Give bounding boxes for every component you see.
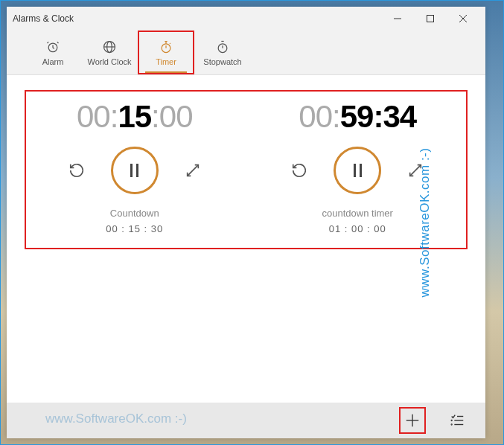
app-window: Alarms & Clock Alarm World Clock — [7, 7, 485, 438]
world-clock-icon — [102, 39, 117, 54]
alarm-icon — [45, 39, 60, 54]
window-title: Alarms & Clock — [13, 13, 381, 24]
minimize-button[interactable] — [381, 7, 414, 31]
time-main: 59:34 — [340, 99, 416, 134]
svg-rect-1 — [427, 16, 434, 22]
tab-label: Timer — [156, 57, 176, 66]
watermark-bottom: www.SoftwareOK.com :-) — [45, 412, 187, 426]
titlebar: Alarms & Clock — [7, 7, 485, 31]
tab-label: Stopwatch — [203, 57, 241, 66]
watermark-right: www.SoftwareOK.com :-) — [418, 148, 433, 298]
timer-time-display: 00:59:34 — [299, 99, 416, 135]
close-button[interactable] — [447, 7, 479, 31]
pause-icon — [130, 164, 138, 177]
titlebar-buttons — [381, 7, 479, 31]
maximize-button[interactable] — [414, 7, 447, 31]
time-suffix: :00 — [151, 99, 192, 134]
tab-label: Alarm — [42, 57, 64, 66]
timer-time-display: 00:15:00 — [77, 99, 193, 135]
timer-icon — [159, 39, 173, 54]
tab-stopwatch[interactable]: Stopwatch — [194, 31, 251, 74]
expand-icon — [185, 162, 201, 179]
pause-button[interactable] — [111, 147, 159, 194]
add-timer-button[interactable] — [399, 407, 426, 434]
select-timers-button[interactable] — [444, 407, 470, 434]
stopwatch-icon — [215, 39, 230, 54]
tab-label: World Clock — [87, 57, 131, 66]
content-area: 00:15:00 Countdown 00 : 15 : 30 — [7, 75, 485, 403]
reset-icon — [291, 162, 307, 179]
tab-bar: Alarm World Clock Timer Stopwatch — [7, 31, 485, 75]
reset-button[interactable] — [289, 160, 310, 181]
timer-duration-label: 01 : 00 : 00 — [329, 223, 386, 234]
expand-button[interactable] — [182, 160, 203, 181]
timers-container: 00:15:00 Countdown 00 : 15 : 30 — [25, 90, 468, 249]
timer-controls — [66, 147, 203, 194]
pause-button[interactable] — [334, 147, 381, 194]
pause-icon — [354, 164, 362, 177]
timer-duration-label: 00 : 15 : 30 — [106, 223, 163, 234]
timer-name-label: countdown timer — [322, 208, 393, 219]
list-select-icon — [449, 412, 465, 429]
timer-controls — [289, 147, 426, 194]
time-main: 15 — [118, 99, 151, 134]
svg-point-16 — [451, 424, 452, 425]
reset-icon — [68, 162, 85, 179]
time-prefix: 00: — [299, 99, 339, 134]
reset-button[interactable] — [66, 160, 87, 181]
svg-point-15 — [451, 420, 452, 421]
timer-name-label: Countdown — [110, 208, 159, 219]
timer-card: 00:15:00 Countdown 00 : 15 : 30 — [32, 99, 237, 234]
tab-world-clock[interactable]: World Clock — [81, 31, 138, 74]
time-prefix: 00: — [77, 99, 118, 134]
tab-alarm[interactable]: Alarm — [25, 31, 81, 74]
tab-timer[interactable]: Timer — [138, 31, 194, 74]
plus-icon — [404, 412, 421, 429]
